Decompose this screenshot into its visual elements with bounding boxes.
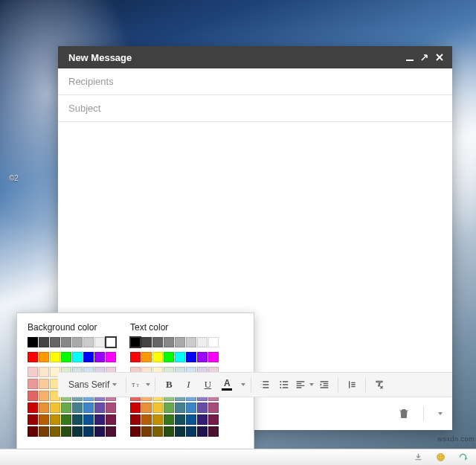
color-swatch[interactable] <box>39 403 49 413</box>
close-icon[interactable] <box>433 51 446 64</box>
color-swatch[interactable] <box>197 352 208 362</box>
color-swatch[interactable] <box>175 337 185 347</box>
color-swatch[interactable] <box>28 337 38 347</box>
color-swatch[interactable] <box>152 403 163 413</box>
color-swatch[interactable] <box>186 352 196 362</box>
color-swatch[interactable] <box>39 379 49 389</box>
color-swatch[interactable] <box>164 352 174 362</box>
subject-input[interactable] <box>68 103 442 114</box>
color-swatch[interactable] <box>175 352 185 362</box>
recipients-field[interactable] <box>58 68 452 95</box>
color-swatch[interactable] <box>28 367 38 377</box>
color-swatch[interactable] <box>94 352 105 362</box>
color-swatch[interactable] <box>61 414 71 425</box>
color-swatch[interactable] <box>28 352 38 362</box>
text-color-button[interactable]: A <box>218 376 236 394</box>
font-size-button[interactable]: тT <box>131 376 150 394</box>
color-swatch[interactable] <box>164 403 174 413</box>
subject-field[interactable] <box>58 95 452 122</box>
color-swatch[interactable] <box>39 352 49 362</box>
color-swatch[interactable] <box>141 352 152 362</box>
italic-button[interactable]: I <box>179 376 197 394</box>
color-swatch[interactable] <box>61 403 71 413</box>
color-swatch[interactable] <box>130 403 141 413</box>
color-swatch[interactable] <box>175 414 185 425</box>
discard-draft-button[interactable] <box>393 403 414 424</box>
refresh-icon[interactable] <box>457 452 469 464</box>
color-swatch[interactable] <box>28 414 38 425</box>
color-swatch[interactable] <box>208 337 219 347</box>
color-swatch[interactable] <box>28 379 38 389</box>
color-swatch[interactable] <box>83 403 94 413</box>
color-swatch[interactable] <box>61 352 71 362</box>
color-swatch[interactable] <box>130 426 141 437</box>
color-swatch[interactable] <box>152 426 163 437</box>
color-swatch[interactable] <box>130 414 141 425</box>
color-swatch[interactable] <box>94 337 105 347</box>
color-swatch[interactable] <box>72 403 83 413</box>
download-icon[interactable] <box>412 452 424 464</box>
color-swatch[interactable] <box>141 426 152 437</box>
color-swatch[interactable] <box>152 352 163 362</box>
color-swatch[interactable] <box>197 403 208 413</box>
minimize-icon[interactable] <box>403 51 416 64</box>
color-swatch[interactable] <box>106 337 116 347</box>
color-swatch[interactable] <box>152 337 163 347</box>
color-swatch[interactable] <box>39 337 49 347</box>
color-swatch[interactable] <box>50 352 60 362</box>
color-swatch[interactable] <box>83 414 94 425</box>
recipients-input[interactable] <box>68 76 442 87</box>
color-swatch[interactable] <box>94 426 105 437</box>
color-swatch[interactable] <box>39 414 49 425</box>
numbered-list-button[interactable] <box>256 376 274 394</box>
color-swatch[interactable] <box>28 403 38 413</box>
font-family-select[interactable]: Sans Serif <box>64 376 121 394</box>
color-swatch[interactable] <box>61 337 71 347</box>
color-swatch[interactable] <box>39 391 49 401</box>
color-swatch[interactable] <box>72 337 83 347</box>
color-swatch[interactable] <box>152 414 163 425</box>
color-swatch[interactable] <box>208 403 219 413</box>
bulleted-list-button[interactable] <box>275 376 293 394</box>
color-swatch[interactable] <box>175 426 185 437</box>
color-swatch[interactable] <box>164 426 174 437</box>
color-swatch[interactable] <box>72 352 83 362</box>
color-swatch[interactable] <box>50 426 60 437</box>
color-swatch[interactable] <box>72 414 83 425</box>
color-swatch[interactable] <box>130 352 141 362</box>
color-swatch[interactable] <box>141 403 152 413</box>
color-swatch[interactable] <box>186 414 196 425</box>
color-swatch[interactable] <box>141 414 152 425</box>
color-swatch[interactable] <box>208 414 219 425</box>
color-swatch[interactable] <box>164 337 174 347</box>
color-swatch[interactable] <box>175 403 185 413</box>
color-swatch[interactable] <box>28 391 38 401</box>
align-button[interactable] <box>295 376 314 394</box>
color-swatch[interactable] <box>197 337 208 347</box>
popout-icon[interactable] <box>418 51 431 64</box>
color-swatch[interactable] <box>130 337 141 347</box>
color-swatch[interactable] <box>141 337 152 347</box>
color-swatch[interactable] <box>106 414 116 425</box>
color-swatch[interactable] <box>106 403 116 413</box>
text-color-dropdown[interactable] <box>237 376 246 394</box>
color-swatch[interactable] <box>61 426 71 437</box>
emoji-icon[interactable] <box>434 452 446 464</box>
more-options-button[interactable] <box>433 412 445 415</box>
bold-button[interactable]: B <box>160 376 178 394</box>
quote-button[interactable] <box>343 376 361 394</box>
color-swatch[interactable] <box>106 352 116 362</box>
color-swatch[interactable] <box>197 414 208 425</box>
color-swatch[interactable] <box>39 367 49 377</box>
color-swatch[interactable] <box>50 403 60 413</box>
color-swatch[interactable] <box>83 352 94 362</box>
color-swatch[interactable] <box>197 426 208 437</box>
underline-button[interactable]: U <box>199 376 216 394</box>
color-swatch[interactable] <box>186 337 196 347</box>
color-swatch[interactable] <box>106 426 116 437</box>
remove-formatting-button[interactable] <box>370 376 388 394</box>
color-swatch[interactable] <box>164 414 174 425</box>
color-swatch[interactable] <box>94 403 105 413</box>
color-swatch[interactable] <box>208 426 219 437</box>
color-swatch[interactable] <box>50 414 60 425</box>
